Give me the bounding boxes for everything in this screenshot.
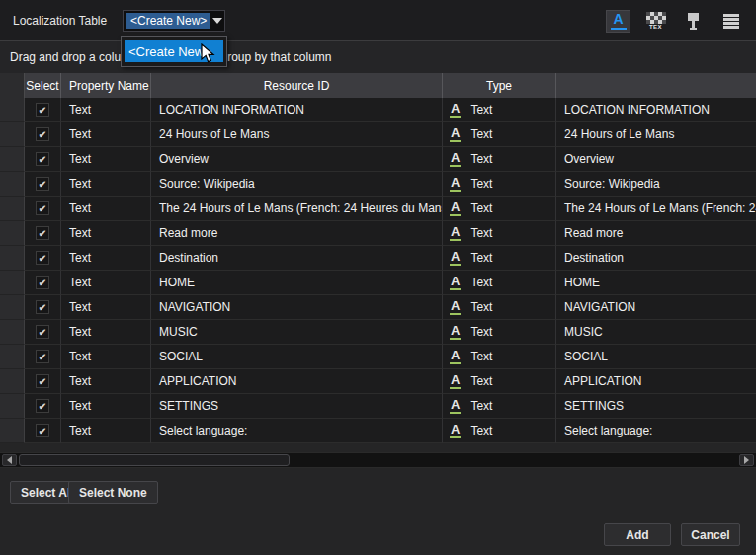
row-checkbox[interactable]: ✔ bbox=[36, 276, 49, 289]
property-name-cell: Text bbox=[61, 197, 151, 221]
value-cell: Overview bbox=[556, 147, 756, 172]
row-checkbox[interactable]: ✔ bbox=[36, 350, 49, 363]
row-selector[interactable] bbox=[0, 197, 25, 221]
row-checkbox[interactable]: ✔ bbox=[36, 103, 49, 117]
value-cell: APPLICATION bbox=[556, 369, 756, 394]
property-name-cell: Text bbox=[61, 320, 151, 345]
dropdown-item-create-new[interactable]: <Create New> bbox=[125, 40, 223, 62]
property-name-cell: Text bbox=[61, 295, 151, 320]
value-cell: The 24 Hours of Le Mans (French: 24 Heur… bbox=[556, 197, 756, 221]
row-selector[interactable] bbox=[0, 295, 25, 320]
row-checkbox[interactable]: ✔ bbox=[36, 201, 49, 215]
type-label: Text bbox=[470, 424, 492, 437]
text-type-icon: A bbox=[450, 423, 461, 438]
row-checkbox[interactable]: ✔ bbox=[36, 152, 49, 166]
scroll-right-button[interactable] bbox=[739, 454, 754, 466]
row-selector[interactable] bbox=[0, 122, 25, 147]
column-header-select[interactable]: Select bbox=[25, 73, 61, 98]
type-label: Text bbox=[470, 350, 492, 363]
row-checkbox[interactable]: ✔ bbox=[36, 226, 49, 240]
property-name-cell: Text bbox=[61, 147, 151, 172]
resource-id-cell: SETTINGS bbox=[151, 394, 443, 419]
row-selector[interactable] bbox=[0, 172, 25, 197]
select-cell: ✔ bbox=[25, 369, 61, 394]
table-row: ✔ Text Select language: A Text Select la… bbox=[0, 419, 756, 443]
table-row: ✔ Text SETTINGS A Text SETTINGS bbox=[0, 394, 756, 419]
column-header-property-name[interactable]: Property Name bbox=[61, 73, 151, 98]
row-selector[interactable] bbox=[0, 419, 25, 443]
row-selector[interactable] bbox=[0, 320, 25, 345]
menu-button[interactable] bbox=[718, 10, 743, 33]
value-cell: Select language: bbox=[556, 419, 756, 443]
row-selector[interactable] bbox=[0, 369, 25, 394]
chevron-down-icon[interactable] bbox=[210, 11, 224, 31]
column-header-type[interactable]: Type bbox=[443, 73, 556, 98]
group-by-hint-bar: Drag and drop a column header here to gr… bbox=[0, 41, 756, 73]
add-button[interactable]: Add bbox=[604, 523, 671, 546]
property-name-cell: Text bbox=[61, 221, 151, 246]
type-cell: A Text bbox=[443, 394, 556, 419]
text-type-icon: A bbox=[450, 324, 461, 340]
resource-id-cell: Read more bbox=[151, 221, 443, 246]
select-cell: ✔ bbox=[25, 271, 61, 295]
type-label: Text bbox=[470, 399, 492, 413]
type-label: Text bbox=[470, 325, 492, 339]
column-header-value[interactable] bbox=[556, 73, 756, 98]
select-none-button[interactable]: Select None bbox=[68, 481, 158, 504]
type-label: Text bbox=[470, 226, 492, 240]
text-resources-button[interactable]: A bbox=[606, 10, 630, 33]
type-cell: A Text bbox=[443, 122, 556, 147]
property-name-cell: Text bbox=[61, 394, 151, 419]
horizontal-scrollbar[interactable] bbox=[0, 452, 756, 468]
table-row: ✔ Text The 24 Hours of Le Mans (French: … bbox=[0, 197, 756, 221]
texture-resources-button[interactable]: TEX bbox=[643, 10, 668, 33]
row-checkbox[interactable]: ✔ bbox=[36, 399, 49, 413]
resource-id-cell: LOCATION INFORMATION bbox=[151, 98, 443, 122]
scrollbar-thumb[interactable] bbox=[19, 454, 290, 466]
row-checkbox[interactable]: ✔ bbox=[36, 127, 49, 141]
type-label: Text bbox=[470, 276, 492, 289]
select-cell: ✔ bbox=[25, 246, 61, 271]
scroll-left-button[interactable] bbox=[2, 454, 17, 466]
text-type-icon: A bbox=[450, 299, 461, 315]
text-type-icon: A bbox=[450, 200, 461, 216]
filter-button[interactable] bbox=[681, 10, 706, 33]
row-selector[interactable] bbox=[0, 345, 25, 369]
cancel-button[interactable]: Cancel bbox=[681, 523, 740, 546]
localization-table-combobox[interactable]: <Create New> bbox=[123, 10, 225, 32]
row-selector[interactable] bbox=[0, 98, 25, 122]
select-cell: ✔ bbox=[25, 122, 61, 147]
row-selector[interactable] bbox=[0, 271, 25, 295]
table-row: ✔ Text Read more A Text Read more bbox=[0, 221, 756, 246]
type-cell: A Text bbox=[443, 419, 556, 443]
row-checkbox[interactable]: ✔ bbox=[36, 424, 49, 437]
filter-icon bbox=[687, 12, 701, 31]
row-selector[interactable] bbox=[0, 394, 25, 419]
table-body: ✔ Text LOCATION INFORMATION A Text LOCAT… bbox=[0, 98, 756, 443]
column-header-resource-id[interactable]: Resource ID bbox=[151, 73, 443, 98]
text-type-icon: A bbox=[450, 126, 461, 142]
table-row: ✔ Text Source: Wikipedia A Text Source: … bbox=[0, 172, 756, 197]
row-selector[interactable] bbox=[0, 221, 25, 246]
localization-table: Select Property Name Resource ID Type ✔ … bbox=[0, 73, 756, 443]
row-selector[interactable] bbox=[0, 246, 25, 271]
value-cell: 24 Hours of Le Mans bbox=[556, 122, 756, 147]
combobox-dropdown-popup: <Create New> bbox=[121, 36, 227, 67]
value-cell: LOCATION INFORMATION bbox=[556, 98, 756, 122]
value-cell: SETTINGS bbox=[556, 394, 756, 419]
row-selector[interactable] bbox=[0, 147, 25, 172]
row-checkbox[interactable]: ✔ bbox=[36, 325, 49, 339]
type-cell: A Text bbox=[443, 295, 556, 320]
type-label: Text bbox=[470, 374, 492, 388]
table-header-row: Select Property Name Resource ID Type bbox=[0, 73, 756, 98]
property-name-cell: Text bbox=[61, 369, 151, 394]
row-checkbox[interactable]: ✔ bbox=[36, 300, 49, 314]
row-checkbox[interactable]: ✔ bbox=[36, 374, 49, 388]
property-name-cell: Text bbox=[61, 98, 151, 122]
type-cell: A Text bbox=[443, 320, 556, 345]
type-cell: A Text bbox=[443, 98, 556, 122]
text-type-icon: A bbox=[450, 225, 461, 241]
select-cell: ✔ bbox=[25, 295, 61, 320]
row-checkbox[interactable]: ✔ bbox=[36, 251, 49, 265]
row-checkbox[interactable]: ✔ bbox=[36, 177, 49, 191]
